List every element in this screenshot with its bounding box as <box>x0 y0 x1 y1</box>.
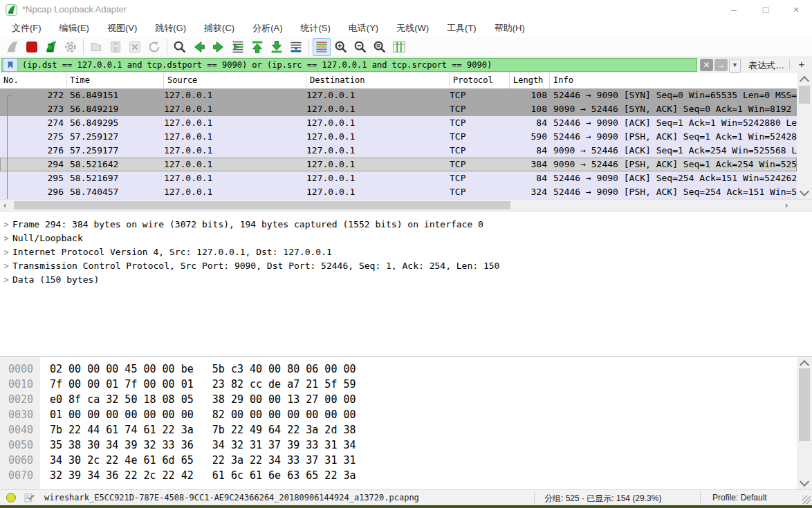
detail-text: Data (150 bytes) <box>12 273 99 287</box>
detail-line-4[interactable]: >Data (150 bytes) <box>0 273 812 287</box>
detail-line-3[interactable]: >Transmission Control Protocol, Src Port… <box>0 259 812 273</box>
hex-row-0070[interactable]: 007032 39 34 36 22 2c 22 42 61 6c 61 6e … <box>0 468 797 483</box>
close-button[interactable]: × <box>780 0 812 19</box>
packet-row-295[interactable]: 29558.521697127.0.0.1127.0.0.1TCP8452446… <box>0 171 797 185</box>
hex-row-0000[interactable]: 000002 00 00 00 45 00 00 be 5b c3 40 00 … <box>0 361 797 377</box>
toolbar-separator <box>83 39 84 55</box>
filter-input[interactable]: (ip.dst == 127.0.0.1 and tcp.dstport == … <box>1 58 697 72</box>
hex-row-0030[interactable]: 003001 00 00 00 00 00 00 00 82 00 00 00 … <box>0 407 797 422</box>
column-header-time[interactable]: Time <box>67 73 164 88</box>
expand-chevron-icon[interactable]: > <box>0 232 12 245</box>
packet-row-273[interactable]: 27356.849219127.0.0.1127.0.0.1TCP1089090… <box>0 102 797 116</box>
zoom-in-icon[interactable] <box>332 38 350 56</box>
filter-dropdown-icon[interactable]: ▼ <box>729 59 741 73</box>
profile-label[interactable]: Profile: Default <box>712 493 767 502</box>
scrollbar-thumb[interactable] <box>799 86 810 104</box>
filter-expression-button[interactable]: 表达式… <box>748 59 784 72</box>
menu-item-10[interactable]: 帮助(H) <box>486 19 534 37</box>
packet-bytes-pane: 000002 00 00 00 45 00 00 be 5b c3 40 00 … <box>0 357 797 489</box>
resize-columns-icon[interactable] <box>390 38 408 56</box>
save-file-icon[interactable] <box>107 38 124 56</box>
minimize-button[interactable]: – <box>718 0 750 19</box>
hex-row-0040[interactable]: 00407b 22 44 61 74 61 22 3a 7b 22 49 64 … <box>0 422 797 438</box>
expand-chevron-icon[interactable]: > <box>0 273 12 287</box>
column-header-length[interactable]: Length <box>510 73 550 88</box>
menu-item-7[interactable]: 电话(Y) <box>340 19 387 37</box>
restart-capture-icon[interactable] <box>42 38 60 56</box>
expand-chevron-icon[interactable]: > <box>0 218 12 232</box>
packet-row-275[interactable]: 27557.259127127.0.0.1127.0.0.1TCP5905244… <box>0 130 797 144</box>
packet-row-294[interactable]: 29458.521642127.0.0.1127.0.0.1TCP3849090… <box>0 158 797 171</box>
capture-options-icon[interactable] <box>62 38 80 56</box>
go-to-packet-icon[interactable] <box>229 38 247 56</box>
packet-row-272[interactable]: 27256.849151127.0.0.1127.0.0.1TCP1085244… <box>0 88 797 102</box>
column-header-info[interactable]: Info <box>550 73 797 88</box>
reload-file-icon[interactable] <box>145 38 163 56</box>
menu-item-4[interactable]: 捕获(C) <box>195 19 243 37</box>
wireshark-window: *Npcap Loopback Adapter – □ × 文件(F)编辑(E)… <box>0 0 812 508</box>
filter-apply-icon[interactable]: → <box>714 59 728 71</box>
menu-item-6[interactable]: 统计(S) <box>291 19 339 37</box>
detail-line-2[interactable]: >Internet Protocol Version 4, Src: 127.0… <box>0 245 812 259</box>
menu-item-9[interactable]: 工具(T) <box>438 19 486 37</box>
column-header-protocol[interactable]: Protocol <box>450 73 510 88</box>
scroll-down-icon[interactable] <box>800 187 809 196</box>
hex-row-0050[interactable]: 005035 38 30 34 39 32 33 36 34 32 31 37 … <box>0 438 797 453</box>
hex-offset: 0070 <box>0 468 40 483</box>
go-to-top-icon[interactable] <box>248 38 266 56</box>
hex-bytes: 32 39 34 36 22 2c 22 42 61 6c 61 6e 63 6… <box>40 469 356 482</box>
close-file-icon[interactable] <box>126 38 144 56</box>
menu-item-5[interactable]: 分析(A) <box>243 19 291 37</box>
packet-row-274[interactable]: 27456.849295127.0.0.1127.0.0.1TCP8452446… <box>0 116 797 130</box>
expand-chevron-icon[interactable]: > <box>0 259 12 273</box>
zoom-reset-icon[interactable] <box>371 38 389 56</box>
colorize-packets-icon[interactable] <box>313 38 331 56</box>
scroll-down-icon[interactable] <box>800 477 809 487</box>
scrollbar-thumb[interactable] <box>799 368 810 441</box>
go-back-icon[interactable] <box>190 38 208 56</box>
menu-item-2[interactable]: 视图(V) <box>98 19 146 37</box>
hex-row-0010[interactable]: 00107f 00 00 01 7f 00 00 01 23 82 cc de … <box>0 377 797 392</box>
cell-dst: 127.0.0.1 <box>306 158 450 171</box>
open-file-icon[interactable] <box>87 38 105 56</box>
go-forward-icon[interactable] <box>210 38 228 56</box>
start-capture-icon[interactable] <box>3 38 21 56</box>
scroll-up-icon[interactable] <box>800 76 809 86</box>
hex-bytes: 7f 00 00 01 7f 00 00 01 23 82 cc de a7 2… <box>40 378 356 391</box>
menu-item-1[interactable]: 编辑(E) <box>50 19 98 37</box>
filter-clear-icon[interactable]: ✕ <box>700 59 713 71</box>
menu-item-8[interactable]: 无线(W) <box>387 19 438 37</box>
menu-item-3[interactable]: 跳转(G) <box>146 19 195 37</box>
filter-bookmark-button[interactable] <box>3 58 18 72</box>
capture-comment-icon[interactable] <box>24 492 35 503</box>
hex-row-0020[interactable]: 0020e0 8f ca 32 50 18 08 05 38 29 00 00 … <box>0 392 797 407</box>
column-header-source[interactable]: Source <box>164 73 306 88</box>
auto-scroll-icon[interactable] <box>287 38 305 56</box>
packet-bytes-scrollbar[interactable] <box>797 357 812 489</box>
filter-add-button[interactable]: + <box>795 58 808 70</box>
cell-no: 275 <box>0 130 67 144</box>
resize-grip[interactable] <box>802 496 811 504</box>
packet-list-scrollbar[interactable] <box>797 73 812 199</box>
packet-row-276[interactable]: 27657.259177127.0.0.1127.0.0.1TCP849090 … <box>0 144 797 158</box>
scroll-right-icon[interactable]: › <box>785 200 788 211</box>
expert-info-icon[interactable] <box>6 493 16 502</box>
hex-row-0060[interactable]: 006034 30 2c 22 4e 61 6d 65 22 3a 22 34 … <box>0 453 797 468</box>
packet-row-296[interactable]: 29658.740457127.0.0.1127.0.0.1TCP3245244… <box>0 185 797 199</box>
find-packet-icon[interactable] <box>171 38 189 56</box>
column-header-no[interactable]: No. <box>0 73 67 88</box>
menu-item-0[interactable]: 文件(F) <box>3 19 50 37</box>
expand-chevron-icon[interactable]: > <box>0 245 12 259</box>
hscrollbar-thumb[interactable] <box>14 201 510 209</box>
go-to-bottom-icon[interactable] <box>268 38 286 56</box>
hex-offset: 0030 <box>0 407 40 422</box>
cell-src: 127.0.0.1 <box>164 116 306 130</box>
maximize-button[interactable]: □ <box>750 0 782 19</box>
packet-list-hscrollbar[interactable]: ‹ › <box>0 199 812 211</box>
detail-line-0[interactable]: >Frame 294: 384 bytes on wire (3072 bits… <box>0 218 812 232</box>
zoom-out-icon[interactable] <box>351 38 369 56</box>
column-header-destination[interactable]: Destination <box>306 73 450 88</box>
stop-capture-icon[interactable] <box>23 38 41 56</box>
detail-line-1[interactable]: >Null/Loopback <box>0 232 812 245</box>
scroll-left-icon[interactable]: ‹ <box>3 200 6 211</box>
